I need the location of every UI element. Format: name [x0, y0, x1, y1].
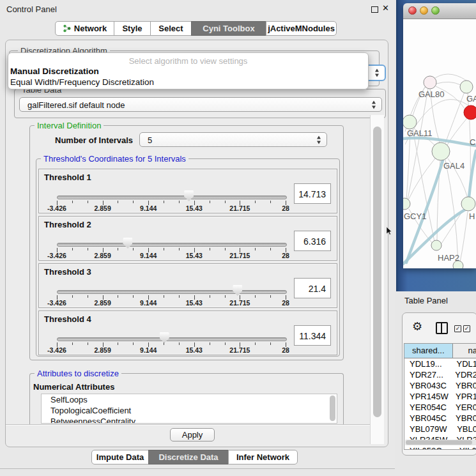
table-row[interactable]: YIL052CYIL0 — [404, 445, 476, 450]
tab-infer-network[interactable]: Infer Network — [228, 450, 298, 464]
numerical-attributes-list[interactable]: SelfLoopsTopologicalCoefficientBetweenne… — [41, 394, 337, 424]
column-header-name[interactable]: na — [453, 344, 476, 358]
cell-shared-name[interactable]: YIL052C — [404, 445, 454, 450]
minor-tick — [133, 295, 134, 298]
minor-tick — [179, 342, 180, 345]
table-data-combo[interactable]: galFiltered.sif default node — [19, 97, 382, 112]
minimize-traffic-light-icon[interactable] — [420, 6, 428, 15]
minor-tick — [118, 342, 118, 345]
cell-shared-name[interactable]: YBR043C — [404, 380, 450, 391]
slider-track[interactable] — [57, 196, 287, 199]
tab-impute-data[interactable]: Impute Data — [91, 450, 149, 464]
network-node[interactable] — [403, 198, 410, 210]
slider-track[interactable] — [57, 290, 287, 294]
threshold-value-field[interactable]: 14.713 — [294, 183, 331, 204]
slider-thumb[interactable] — [184, 190, 194, 201]
tab-cyni-toolbox[interactable]: Cyni Toolbox — [191, 21, 266, 36]
table-row[interactable]: YER054CYER0 — [404, 402, 476, 413]
cell-shared-name[interactable]: YER054C — [404, 402, 450, 413]
cell-name[interactable]: YBR0 — [450, 413, 476, 424]
tab-jactivemnodules[interactable]: jActiveMNodules — [266, 21, 337, 36]
threshold-value-field[interactable]: 11.344 — [294, 325, 331, 346]
close-traffic-light-icon[interactable] — [408, 6, 417, 15]
network-node[interactable] — [431, 240, 441, 250]
cell-name[interactable]: YER0 — [450, 402, 476, 413]
table-hscrollbar[interactable] — [405, 440, 476, 445]
threshold-value-field[interactable]: 21.4 — [294, 278, 331, 298]
minor-tick — [210, 248, 210, 250]
slider-tick-labels: -3.4262.8599.14415.4321.71528 — [57, 299, 286, 307]
minor-tick — [255, 201, 256, 203]
cell-shared-name[interactable]: YBL079W — [404, 424, 451, 434]
network-edge-highlighted[interactable] — [469, 151, 476, 197]
network-node[interactable] — [403, 115, 417, 129]
attribute-list-item[interactable]: TopologicalCoefficient — [42, 405, 337, 416]
cell-name[interactable]: YBL0 — [451, 424, 476, 434]
tick-label: -3.426 — [38, 346, 76, 354]
table-body: YDL19...YDL1YDR27...YDR2YBR043CYBR0YPR14… — [404, 358, 476, 450]
network-node[interactable] — [464, 105, 476, 119]
cell-shared-name[interactable]: YBR045C — [404, 413, 450, 424]
network-node[interactable] — [460, 81, 473, 93]
apply-button[interactable]: Apply — [170, 428, 215, 441]
split-columns-icon[interactable] — [436, 322, 448, 334]
slider-track[interactable] — [57, 337, 287, 341]
threshold-value-field[interactable]: 6.316 — [294, 231, 331, 251]
tab-network[interactable]: Network — [55, 21, 114, 36]
gear-icon[interactable]: ⚙ — [412, 319, 422, 334]
network-window-titlebar[interactable] — [403, 3, 476, 19]
tab-label: Select — [158, 24, 183, 33]
table-panel: ⚙ ✓ ✓ shared... na YDL19...YDL1YDR27...Y… — [402, 312, 476, 456]
table-row[interactable]: YDL19...YDL1 — [404, 358, 476, 369]
slider-thumb[interactable] — [160, 332, 169, 343]
attribute-list-item[interactable]: SelfLoops — [42, 394, 337, 405]
tick-label: 9.144 — [129, 252, 167, 259]
minor-tick — [72, 295, 73, 298]
minor-tick — [88, 248, 88, 250]
tab-select[interactable]: Select — [150, 21, 192, 36]
number-of-intervals-combo[interactable]: 5 — [139, 132, 327, 147]
attribute-list-item[interactable]: BetweennessCentrality — [42, 416, 337, 424]
slider-track[interactable] — [57, 243, 287, 247]
table-row[interactable]: YPR145WYPR1 — [404, 391, 476, 402]
float-window-icon[interactable] — [371, 6, 378, 13]
network-node[interactable] — [432, 142, 450, 160]
table-hscrollbar-thumb[interactable] — [406, 440, 472, 445]
cell-shared-name[interactable]: YDL19... — [404, 358, 450, 369]
panel-scrollbar-thumb[interactable] — [373, 127, 381, 417]
tab-style[interactable]: Style — [114, 21, 151, 36]
column-header-shared-name[interactable]: shared... — [404, 344, 453, 358]
cell-name[interactable]: YDL1 — [450, 358, 476, 369]
table-row[interactable]: YBR043CYBR0 — [404, 380, 476, 391]
table-row[interactable]: YDR27...YDR2 — [404, 369, 476, 380]
network-node[interactable] — [424, 76, 436, 89]
list-scrollbar-thumb[interactable] — [330, 395, 335, 421]
close-icon[interactable]: ✕ — [382, 3, 389, 13]
cell-name[interactable]: YBR0 — [450, 380, 476, 391]
tab-discretize-data[interactable]: Discretize Data — [148, 450, 229, 464]
network-node[interactable] — [461, 197, 475, 211]
cell-name[interactable]: YPR1 — [450, 391, 476, 402]
checkbox-icon[interactable]: ✓ — [463, 325, 470, 332]
app-root: Control Panel ✕ Network Style Select Cyn… — [0, 0, 476, 476]
network-edge[interactable] — [436, 82, 461, 85]
network-edge[interactable] — [445, 160, 458, 262]
cell-name[interactable]: YDR2 — [449, 369, 476, 380]
minor-tick — [88, 342, 88, 345]
network-edge[interactable] — [460, 211, 468, 262]
zoom-traffic-light-icon[interactable] — [431, 6, 440, 15]
popup-item-manual-discretization[interactable]: Manual Discretization — [10, 66, 99, 76]
cell-shared-name[interactable]: YPR145W — [404, 391, 450, 402]
panel-scrollbar-track[interactable] — [370, 115, 384, 444]
popup-item-equal-width[interactable]: Equal Width/Frequency Discretization — [10, 77, 154, 87]
cell-shared-name[interactable]: YDR27... — [404, 369, 449, 380]
algorithm-dropdown-popup: Select algorithm to view settings Manual… — [8, 52, 369, 89]
table-row[interactable]: YBR045CYBR0 — [404, 413, 476, 424]
slider-thumb[interactable] — [123, 238, 132, 249]
cell-name[interactable]: YIL0 — [454, 445, 476, 450]
table-row[interactable]: YBL079WYBL0 — [404, 424, 476, 434]
network-canvas[interactable]: GAL80GAGAL11CGAL4GCY1HHAP2 — [403, 19, 476, 268]
tick-label: -3.426 — [38, 252, 76, 259]
slider-thumb[interactable] — [233, 285, 242, 296]
checkbox-icon[interactable]: ✓ — [454, 325, 461, 332]
